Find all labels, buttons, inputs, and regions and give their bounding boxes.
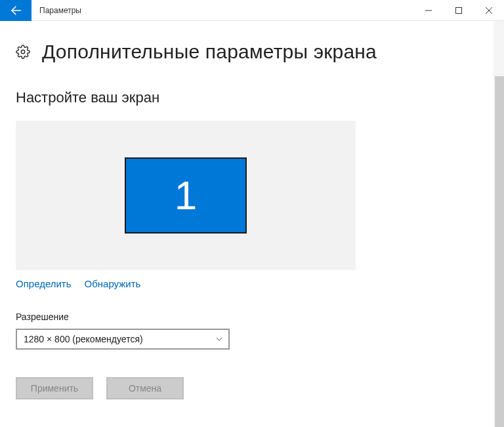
maximize-button[interactable] bbox=[444, 0, 474, 21]
minimize-button[interactable] bbox=[413, 0, 444, 21]
maximize-icon bbox=[455, 7, 462, 14]
back-button[interactable] bbox=[0, 0, 32, 21]
window-titlebar: Параметры bbox=[0, 0, 504, 21]
window-controls bbox=[413, 0, 504, 21]
page-title: Дополнительные параметры экрана bbox=[42, 41, 377, 63]
window-title: Параметры bbox=[32, 6, 81, 15]
chevron-down-icon bbox=[215, 335, 223, 343]
monitor-number: 1 bbox=[175, 175, 197, 216]
close-button[interactable] bbox=[474, 0, 504, 21]
section-title: Настройте ваш экран bbox=[16, 89, 504, 106]
svg-point-5 bbox=[21, 50, 25, 54]
resolution-label: Разрешение bbox=[16, 312, 504, 322]
apply-button[interactable]: Применить bbox=[16, 377, 93, 399]
back-arrow-icon bbox=[10, 5, 22, 16]
cancel-button[interactable]: Отмена bbox=[106, 377, 184, 399]
detect-link[interactable]: Обнаружить bbox=[85, 278, 141, 289]
display-arrangement-area[interactable]: 1 bbox=[16, 121, 356, 270]
close-icon bbox=[486, 7, 492, 14]
resolution-selected-value: 1280 × 800 (рекомендуется) bbox=[24, 334, 143, 344]
resolution-select[interactable]: 1280 × 800 (рекомендуется) bbox=[16, 329, 230, 350]
gear-icon bbox=[16, 45, 30, 59]
minimize-icon bbox=[425, 7, 432, 14]
content-area: Дополнительные параметры экрана Настройт… bbox=[0, 21, 504, 399]
page-header: Дополнительные параметры экрана bbox=[16, 41, 504, 63]
display-links: Определить Обнаружить bbox=[16, 278, 504, 289]
identify-link[interactable]: Определить bbox=[16, 278, 72, 289]
scrollbar-thumb[interactable] bbox=[495, 76, 504, 427]
svg-rect-2 bbox=[456, 7, 462, 13]
button-row: Применить Отмена bbox=[16, 377, 504, 399]
monitor-tile-1[interactable]: 1 bbox=[125, 157, 247, 234]
